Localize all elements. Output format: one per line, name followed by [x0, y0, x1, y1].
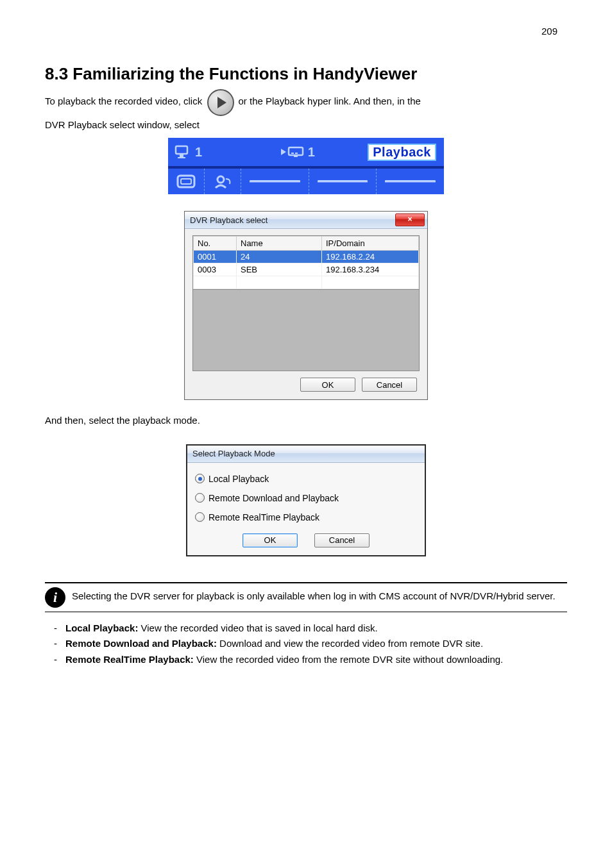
table-row[interactable]: 0003 SEB 192.168.3.234	[194, 263, 419, 276]
svg-rect-7	[294, 156, 298, 157]
col-ip[interactable]: IP/Domain	[322, 237, 419, 251]
playback-link[interactable]: Playback	[368, 144, 436, 161]
bullet-bold: Local Playback:	[65, 622, 138, 633]
dvr-dialog-titlebar: DVR Playback select ×	[185, 212, 427, 229]
svg-point-10	[217, 176, 224, 183]
radio-label: Local Playback	[208, 474, 269, 484]
strip-seg2-label: 1	[308, 145, 315, 160]
cancel-button[interactable]: Cancel	[362, 378, 417, 392]
page-number: 209	[541, 26, 557, 37]
dual-monitor-icon	[280, 145, 305, 159]
col-no[interactable]: No.	[194, 237, 237, 251]
radio-label: Remote Download and Playback	[208, 493, 339, 503]
intro-line-3: DVR Playback select window, select	[45, 119, 567, 131]
svg-rect-8	[178, 176, 194, 187]
svg-rect-0	[176, 146, 187, 154]
dvr-playback-dialog: DVR Playback select × No. Name IP/Domain	[184, 211, 428, 400]
ok-button[interactable]: OK	[242, 533, 298, 547]
svg-rect-4	[289, 147, 303, 155]
dvr-grid: No. Name IP/Domain 0001 24 192.168.2.24 …	[192, 235, 420, 371]
close-button[interactable]: ×	[395, 213, 425, 226]
radio-remote-realtime[interactable]: Remote RealTime Playback	[195, 508, 417, 527]
radio-label: Remote RealTime Playback	[208, 512, 319, 522]
toolbar-strip: 1 1 Playback	[168, 138, 444, 194]
radio-icon	[195, 474, 205, 483]
grid-empty-area	[193, 289, 419, 371]
mode-dialog-titlebar: Select Playback Mode	[187, 446, 425, 463]
list-item: Remote Download and Playback: Download a…	[54, 637, 567, 651]
table-row[interactable]	[194, 276, 419, 289]
bullet-bold: Remote Download and Playback:	[65, 638, 217, 649]
table-row[interactable]: 0001 24 192.168.2.24	[194, 251, 419, 263]
svg-rect-6	[295, 153, 298, 154]
cell-empty	[322, 276, 419, 289]
intro-text-2: or the Playback hyper link. And then, in…	[238, 96, 420, 106]
dvr-dialog-title: DVR Playback select	[190, 215, 395, 225]
svg-rect-1	[180, 154, 183, 157]
intro-line: To playback the recorded video, click or…	[45, 89, 567, 115]
radio-icon	[195, 493, 205, 503]
svg-rect-2	[178, 157, 185, 158]
person-icon	[213, 174, 232, 189]
slot-1	[250, 180, 300, 183]
cell-ip: 192.168.3.234	[322, 263, 419, 276]
bullet-rest: View the recorded video from the remote …	[194, 654, 503, 665]
between-text: And then, select the playback mode.	[45, 414, 567, 427]
info-icon: i	[45, 587, 65, 608]
mode-dialog: Select Playback Mode Local Playback Remo…	[186, 444, 426, 556]
list-item: Local Playback: View the recorded video …	[54, 621, 567, 636]
svg-rect-9	[181, 179, 191, 184]
list-item: Remote RealTime Playback: View the recor…	[54, 653, 567, 667]
ok-button[interactable]: OK	[300, 378, 355, 392]
monitor-icon	[174, 145, 192, 159]
cell-name: SEB	[237, 263, 322, 276]
cell-empty	[237, 276, 322, 289]
playback-icon	[207, 89, 233, 115]
section-title: 8.3 Familiarizing the Functions in Handy…	[45, 64, 567, 84]
strip-seg1-label: 1	[195, 145, 202, 160]
svg-rect-5	[291, 153, 294, 154]
toolbar-strip-top: 1 1 Playback	[168, 138, 444, 166]
bullet-rest: View the recorded video that is saved in…	[138, 622, 377, 633]
toolbar-strip-bottom	[168, 166, 444, 194]
radio-dot-icon	[198, 477, 202, 481]
note-text: Selecting the DVR server for playback is…	[72, 590, 556, 603]
cell-no: 0001	[194, 251, 237, 263]
intro-text-1: To playback the recorded video, click	[45, 96, 202, 106]
cell-no: 0003	[194, 263, 237, 276]
cancel-button[interactable]: Cancel	[314, 533, 370, 547]
svg-marker-3	[281, 149, 286, 155]
radio-remote-download[interactable]: Remote Download and Playback	[195, 488, 417, 508]
bullet-list: Local Playback: View the recorded video …	[54, 621, 567, 667]
cell-empty	[194, 276, 237, 289]
cell-name: 24	[237, 251, 322, 263]
slot-3	[385, 180, 436, 183]
divider	[45, 582, 567, 583]
radio-icon	[195, 512, 205, 522]
play-triangle-icon	[217, 97, 226, 108]
screen-icon	[176, 174, 196, 189]
bullet-bold: Remote RealTime Playback:	[65, 654, 194, 665]
radio-local-playback[interactable]: Local Playback	[195, 469, 417, 488]
slot-2	[318, 180, 368, 183]
play-circle-icon	[207, 89, 234, 116]
note-block: i Selecting the DVR server for playback …	[45, 587, 567, 608]
divider	[45, 612, 567, 612]
cell-ip: 192.168.2.24	[322, 251, 419, 263]
mode-dialog-title: Select Playback Mode	[192, 449, 422, 458]
col-name[interactable]: Name	[237, 237, 322, 251]
bullet-rest: Download and view the recorded video fro…	[217, 638, 483, 649]
